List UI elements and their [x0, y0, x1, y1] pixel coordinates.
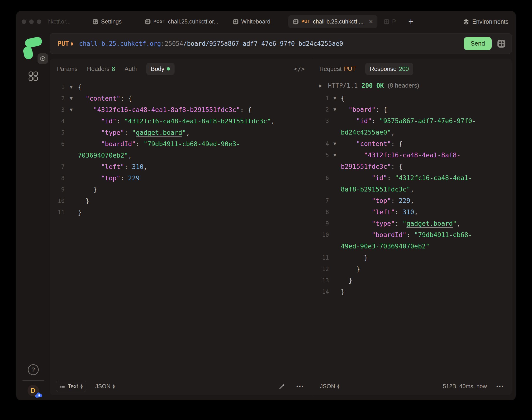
sidebar-grid-nav-button[interactable] — [27, 71, 40, 82]
rail-divider — [22, 380, 44, 381]
line-number: 12 — [312, 263, 329, 275]
language-selector[interactable]: JSON ▲▼ — [94, 383, 116, 390]
tab-body-active[interactable]: Body — [146, 63, 174, 75]
fold-gutter — [329, 218, 341, 229]
code-text: "content": { — [341, 138, 403, 150]
send-button[interactable]: Send — [464, 37, 492, 50]
tab-auth[interactable]: Auth — [125, 65, 137, 72]
fold-gutter — [329, 286, 341, 298]
chevron-updown-icon: ▲▼ — [80, 384, 83, 389]
method-selector[interactable]: PUT ▲▼ — [58, 40, 73, 47]
tab-params[interactable]: Params — [57, 65, 78, 72]
response-body-viewer[interactable]: 1▼{2▼ "board": {3 "id": "9575a867-adf7-4… — [312, 90, 512, 377]
code-line: b291551fdc3c": { — [312, 161, 512, 172]
minimize-window-button[interactable] — [29, 19, 34, 24]
response-bottom-bar: JSON ▲▼ 512B, 40ms, now ••• — [312, 377, 512, 395]
code-line: bd24c4255ae0", — [312, 127, 512, 138]
fold-toggle-icon[interactable]: ▼ — [329, 150, 341, 161]
workspace-badge[interactable] — [37, 53, 48, 64]
code-line: 6 "boardId": "79db4911-cb68-49ed-90e3- — [50, 138, 312, 150]
request-response-panels: Params Headers8 Auth Body </> 1▼{2▼ "con… — [50, 59, 512, 395]
close-window-button[interactable] — [22, 19, 26, 24]
code-text: "4312fc16-ca48-4ea1-8af8-b291551fdc3c": … — [78, 104, 252, 116]
close-tab-icon[interactable]: × — [369, 19, 373, 24]
line-number: 10 — [50, 195, 65, 207]
window-controls[interactable] — [22, 19, 41, 24]
fold-toggle-icon[interactable]: ▼ — [329, 92, 341, 104]
code-line: 703694070eb2", — [50, 150, 312, 161]
line-number: 3 — [50, 104, 65, 116]
beautify-wand-button[interactable] — [277, 383, 287, 390]
tab-response-active[interactable]: Response 200 — [365, 63, 413, 75]
url-path: /board/9575a867-adf7-47e6-97f0-bd24c4255… — [183, 40, 343, 47]
response-status-line[interactable]: ▶ HTTP/1.1 200 OK (8 headers) — [312, 79, 512, 90]
environments-button[interactable]: Environments — [463, 18, 508, 25]
line-number: 4 — [312, 138, 329, 150]
code-view-icon[interactable]: </> — [294, 65, 305, 72]
code-text: { — [341, 92, 344, 104]
tab-label: P — [392, 18, 396, 25]
code-line: 10 "boardId": "79db4911-cb68- — [312, 229, 512, 240]
line-number: 14 — [312, 286, 329, 298]
line-number: 11 — [312, 252, 329, 263]
tab-request-info[interactable]: Request PUT — [319, 65, 356, 72]
tab-label: chall.25.cuhkctf.or... — [168, 18, 218, 25]
more-options-button[interactable]: ••• — [295, 383, 306, 390]
tab-body-label: Body — [151, 65, 164, 72]
body-type-selector[interactable]: Text ▲▼ — [56, 381, 86, 392]
request-body-editor[interactable]: 1▼{2▼ "content": {3▼ "4312fc16-ca48-4ea1… — [50, 79, 312, 377]
response-more-options-button[interactable]: ••• — [495, 383, 506, 390]
grid-icon — [28, 71, 38, 81]
magic-wand-icon — [279, 383, 285, 390]
app-window: hkctf.or... Settings POST chall.25.cuhkc… — [16, 11, 516, 400]
avatar[interactable]: D — [28, 385, 39, 396]
board-grid-icon — [384, 19, 390, 25]
code-text: } — [341, 286, 344, 298]
tab-whiteboard[interactable]: Whiteboard — [233, 18, 270, 25]
line-number: 10 — [312, 229, 329, 240]
tab-put-request-active[interactable]: PUT chall-b.25.cuhkctf.... × — [288, 15, 377, 28]
tab-settings[interactable]: Settings — [92, 18, 122, 25]
fold-toggle-icon[interactable]: ▼ — [65, 104, 78, 116]
tab-post-request[interactable]: POST chall.25.cuhkctf.or... — [145, 18, 218, 25]
protocol-label: HTTP/1.1 — [328, 82, 358, 89]
send-options-grid-icon[interactable] — [497, 39, 506, 48]
code-line: 13 } — [312, 275, 512, 286]
url-bar: PUT ▲▼ chall-b.25.cuhkctf.org:25054/boar… — [50, 33, 512, 54]
tab-label: chall-b.25.cuhkctf.... — [313, 18, 363, 25]
tab-overflow-left[interactable]: hkctf.or... — [47, 18, 71, 25]
fold-gutter — [65, 161, 78, 173]
url-input[interactable]: chall-b.25.cuhkctf.org:25054/board/9575a… — [79, 40, 343, 47]
tab-headers[interactable]: Headers8 — [87, 65, 115, 72]
new-tab-button[interactable]: + — [407, 18, 415, 25]
fold-toggle-icon[interactable]: ▼ — [329, 104, 341, 115]
response-panel: Request PUT Response 200 ▶ HTTP/1.1 200 … — [312, 59, 512, 395]
code-text: } — [78, 195, 90, 207]
fold-gutter — [329, 127, 341, 138]
expand-headers-icon[interactable]: ▶ — [317, 83, 324, 88]
fold-toggle-icon[interactable]: ▼ — [65, 81, 78, 93]
fold-toggle-icon[interactable]: ▼ — [329, 138, 341, 150]
method-label: PUT — [58, 40, 69, 47]
code-line: 5 "type": "gadget.board", — [50, 127, 312, 138]
line-number: 9 — [312, 218, 329, 229]
fold-gutter — [329, 263, 341, 275]
line-number — [312, 127, 329, 138]
line-number: 6 — [50, 138, 65, 150]
response-language-selector[interactable]: JSON ▲▼ — [318, 383, 341, 390]
zoom-window-button[interactable] — [37, 19, 41, 24]
fold-toggle-icon[interactable]: ▼ — [65, 93, 78, 104]
fold-gutter — [65, 127, 78, 138]
fold-gutter — [329, 161, 341, 172]
code-text: "type": "gadget.board", — [78, 127, 190, 138]
fold-gutter — [65, 207, 78, 218]
line-number: 7 — [50, 161, 65, 173]
code-text: 8af8-b291551fdc3c", — [341, 184, 414, 195]
response-tab-label: Response — [370, 65, 397, 72]
help-button[interactable]: ? — [28, 364, 39, 375]
tab-faded[interactable]: P — [384, 18, 396, 25]
layers-icon — [463, 18, 469, 25]
board-grid-icon — [233, 19, 239, 25]
help-icon: ? — [31, 366, 35, 374]
app-logo — [20, 35, 47, 63]
